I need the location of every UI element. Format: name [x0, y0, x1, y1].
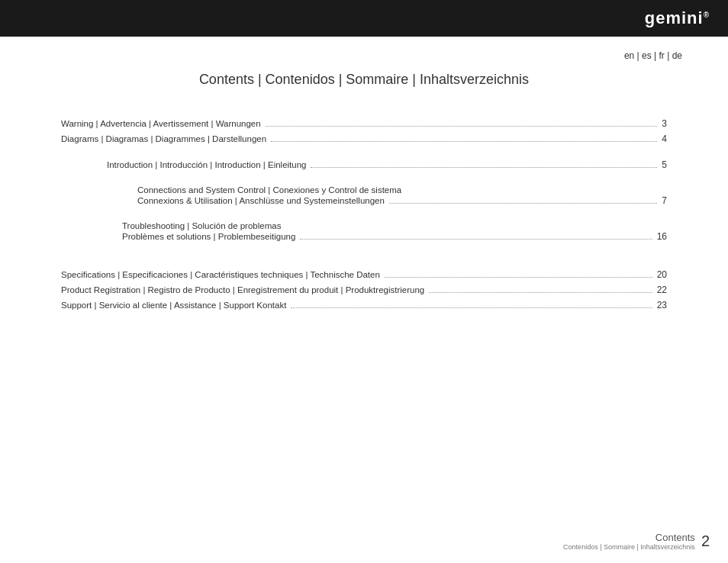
toc-page-troubleshooting: 16	[657, 231, 667, 242]
toc-entry-troubleshooting-line2: Problèmes et solutions | Problembeseitig…	[122, 231, 667, 242]
toc-label-troubleshooting-1: Troubleshooting | Solución de problemas	[122, 221, 281, 230]
toc-page-introduction: 5	[662, 159, 667, 170]
toc-group-3: Connections and System Control | Conexio…	[61, 185, 667, 211]
toc-page-specifications: 20	[657, 269, 667, 280]
toc-entry-diagrams: Diagrams | Diagramas | Diagrammes | Dars…	[61, 134, 667, 144]
toc-group-5: Specifications | Especificaciones | Cara…	[61, 269, 667, 315]
toc-entry-warning: Warning | Advertencia | Avertissement | …	[61, 118, 667, 129]
toc-entry-specifications: Specifications | Especificaciones | Cara…	[61, 269, 667, 280]
toc-label-diagrams: Diagrams | Diagramas | Diagrammes | Dars…	[61, 134, 266, 143]
toc-dots-specifications	[385, 277, 652, 278]
toc-page-diagrams: 4	[662, 134, 667, 144]
footer-main-label: Contents	[563, 532, 695, 543]
toc-page-product-registration: 22	[657, 285, 667, 295]
footer-text-block: Contents Contenidos | Sommaire | Inhalts…	[563, 532, 695, 551]
brand-logo: gemini®	[645, 8, 710, 28]
footer-right: Contents Contenidos | Sommaire | Inhalts…	[563, 532, 710, 551]
toc-entry-connections-line1: Connections and System Control | Conexio…	[137, 185, 667, 195]
toc-label-connections-2: Connexions & Utilisation | Anschlüsse un…	[137, 196, 385, 205]
toc-entry-troubleshooting-line1: Troubleshooting | Solución de problemas	[122, 221, 667, 230]
toc-dots-diagrams	[271, 141, 657, 142]
toc-entry-product-registration: Product Registration | Registro de Produ…	[61, 285, 667, 295]
table-of-contents: Warning | Advertencia | Avertissement | …	[0, 111, 728, 315]
toc-dots-support	[291, 307, 652, 308]
toc-dots-introduction	[311, 167, 657, 168]
footer-sub-label: Contenidos | Sommaire | Inhaltsverzeichn…	[563, 543, 695, 551]
toc-page-connections: 7	[662, 195, 667, 206]
toc-entry-connections-line2: Connexions & Utilisation | Anschlüsse un…	[137, 195, 667, 206]
brand-text: gemini	[645, 8, 704, 27]
language-bar: en | es | fr | de	[0, 37, 728, 66]
toc-label-support: Support | Servicio al cliente | Assistan…	[61, 301, 286, 310]
toc-label-troubleshooting-2: Problèmes et solutions | Problembeseitig…	[122, 232, 295, 241]
toc-page-warning: 3	[662, 118, 667, 129]
footer: Contents Contenidos | Sommaire | Inhalts…	[563, 532, 710, 551]
header-bar: gemini®	[0, 0, 728, 37]
toc-group-2: Introduction | Introducción | Introducti…	[61, 159, 667, 175]
toc-label-introduction: Introduction | Introducción | Introducti…	[107, 160, 306, 169]
page-title: Contents | Contenidos | Sommaire | Inhal…	[199, 72, 529, 87]
toc-label-product-registration: Product Registration | Registro de Produ…	[61, 285, 424, 294]
toc-entry-support: Support | Servicio al cliente | Assistan…	[61, 300, 667, 310]
toc-label-specifications: Specifications | Especificaciones | Cara…	[61, 270, 380, 279]
toc-group-4: Troubleshooting | Solución de problemas …	[61, 221, 667, 246]
toc-label-warning: Warning | Advertencia | Avertissement | …	[61, 119, 261, 128]
title-bar: Contents | Contenidos | Sommaire | Inhal…	[0, 66, 728, 111]
toc-page-support: 23	[657, 300, 667, 310]
toc-group-1: Warning | Advertencia | Avertissement | …	[61, 118, 667, 149]
footer-page-number: 2	[701, 532, 710, 550]
toc-dots-troubleshooting	[300, 239, 652, 240]
language-options: en | es | fr | de	[624, 50, 682, 61]
toc-dots-connections	[389, 203, 657, 204]
trademark: ®	[704, 11, 710, 19]
toc-dots-warning	[266, 126, 658, 127]
toc-entry-introduction: Introduction | Introducción | Introducti…	[107, 159, 667, 170]
toc-label-connections-1: Connections and System Control | Conexio…	[137, 185, 401, 195]
toc-dots-product-registration	[429, 292, 652, 293]
